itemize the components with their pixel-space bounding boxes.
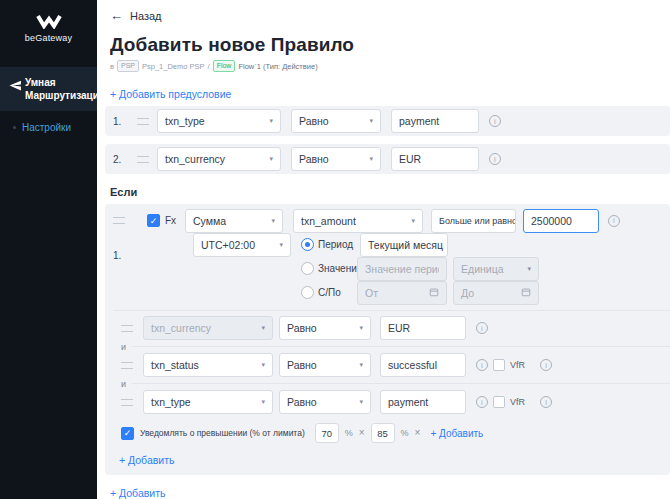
operator-select[interactable]: Равно▾ <box>291 109 381 133</box>
notify-row: Уведомлять о превышении (% от лимита) % … <box>113 423 670 443</box>
calendar-icon <box>429 287 439 299</box>
row-number: 1. <box>113 116 129 127</box>
sidebar-item-label: Настройки <box>22 121 71 134</box>
field-select[interactable]: txn_type▾ <box>143 390 273 414</box>
notify-checkbox[interactable] <box>121 427 134 440</box>
back-button[interactable]: ← Назад <box>110 9 162 22</box>
range-radio-group: С/По <box>301 286 357 299</box>
vfr-group: VfR <box>493 359 552 371</box>
vfr-checkbox[interactable] <box>493 396 505 408</box>
drag-handle-icon[interactable] <box>121 325 133 332</box>
info-icon[interactable] <box>476 322 488 334</box>
chevron-down-icon: ▾ <box>261 324 265 332</box>
info-icon[interactable] <box>489 115 501 127</box>
remove-threshold-icon[interactable]: × <box>359 428 365 438</box>
value-radio[interactable] <box>301 262 314 275</box>
calendar-icon <box>521 287 531 299</box>
chevron-down-icon: ▾ <box>359 324 363 332</box>
amount-input[interactable] <box>523 209 599 233</box>
percent-sign: % <box>345 428 353 438</box>
range-radio-label: С/По <box>318 287 341 298</box>
period-radio-label: Период <box>318 239 353 250</box>
field-select[interactable]: txn_status▾ <box>143 353 273 377</box>
remove-threshold-icon[interactable]: × <box>415 428 421 438</box>
comparator-select[interactable]: Больше или равно чем▾ <box>431 209 516 233</box>
vfr-checkbox[interactable] <box>493 359 505 371</box>
value-input[interactable] <box>380 353 466 377</box>
operator-select[interactable]: Равно▾ <box>291 147 381 171</box>
date-from-input: От <box>357 281 447 305</box>
begateway-logo-icon <box>34 14 64 29</box>
separator-line <box>132 383 670 384</box>
notify-label: Уведомлять о превышении (% от лимита) <box>140 428 305 438</box>
chevron-down-icon: ▾ <box>369 117 373 125</box>
value-radio-group: Значение <box>301 262 357 275</box>
condition-row: txn_currency▾ Равно▾ <box>113 315 670 341</box>
info-icon[interactable] <box>489 153 501 165</box>
add-condition-link[interactable]: + Добавить <box>119 454 174 466</box>
fx-checkbox[interactable] <box>147 214 160 227</box>
separator-line <box>132 346 670 347</box>
app-window: beGateway Умная Маршрутизация Настройки … <box>0 0 670 499</box>
value-input[interactable] <box>380 316 466 340</box>
divider <box>113 310 670 311</box>
value-input[interactable] <box>391 109 479 133</box>
unit-select: Единица▾ <box>453 257 539 281</box>
logo: beGateway <box>0 0 97 43</box>
flow-badge: Flow <box>213 60 236 72</box>
bullet-dot-icon <box>13 126 16 129</box>
fx-condition-row: Fx Сумма▾ txn_amount▾ Больше или равно ч… <box>113 210 670 231</box>
drag-handle-icon[interactable] <box>121 362 133 369</box>
add-group-link[interactable]: + Добавить <box>110 487 165 499</box>
operator-select[interactable]: Равно▾ <box>279 316 371 340</box>
add-precondition-link[interactable]: + Добавить предусловие <box>110 88 231 100</box>
value-radio-label: Значение <box>318 263 362 274</box>
back-label: Назад <box>130 10 162 22</box>
chevron-down-icon: ▾ <box>271 217 275 225</box>
sidebar-item-smart-routing[interactable]: Умная Маршрутизация <box>0 67 97 111</box>
value-input[interactable] <box>391 147 479 171</box>
drag-handle-icon[interactable] <box>113 217 125 224</box>
psp-badge: PSP <box>117 60 139 72</box>
main-content: ← Назад Добавить новое Правило в PSP Psp… <box>97 0 670 499</box>
drag-handle-icon[interactable] <box>137 118 149 125</box>
row-number: 2. <box>113 154 129 165</box>
threshold-input[interactable] <box>371 423 395 443</box>
field-select[interactable]: txn_currency▾ <box>157 147 281 171</box>
precondition-row: 2. txn_currency▾ Равно▾ <box>105 144 670 174</box>
info-icon[interactable] <box>476 359 488 371</box>
chevron-down-icon: ▾ <box>359 361 363 369</box>
field-select[interactable]: txn_amount▾ <box>293 209 423 233</box>
page-title: Добавить новое Правило <box>110 34 670 55</box>
chevron-down-icon: ▾ <box>369 155 373 163</box>
drag-handle-icon[interactable] <box>137 156 149 163</box>
info-icon[interactable] <box>476 396 488 408</box>
threshold-input[interactable] <box>315 423 339 443</box>
period-radio-group: Период <box>301 238 353 251</box>
fx-timezone-row: UTC+02:00▾ Период Текущий месяц▾ <box>193 234 670 255</box>
operator-select[interactable]: Равно▾ <box>279 353 371 377</box>
if-heading: Если <box>110 186 670 198</box>
group-number: 1. <box>113 250 121 261</box>
if-block: 1. Fx Сумма▾ txn_amount▾ Больше или равн… <box>105 204 670 475</box>
vfr-label: VfR <box>510 397 525 407</box>
percent-sign: % <box>401 428 409 438</box>
value-input[interactable] <box>380 390 466 414</box>
operator-select[interactable]: Равно▾ <box>279 390 371 414</box>
add-threshold-link[interactable]: + Добавить <box>430 428 483 439</box>
chevron-down-icon: ▾ <box>279 241 283 249</box>
info-icon[interactable] <box>540 396 552 408</box>
metric-select[interactable]: Сумма▾ <box>185 209 283 233</box>
flow-name: Flow`1 (Тип: Действие) <box>238 62 317 71</box>
sidebar-nav: Умная Маршрутизация Настройки <box>0 67 97 144</box>
timezone-select[interactable]: UTC+02:00▾ <box>193 233 291 257</box>
info-icon[interactable] <box>608 215 620 227</box>
info-icon[interactable] <box>540 359 552 371</box>
sidebar-item-settings[interactable]: Настройки <box>0 111 97 144</box>
period-select[interactable]: Текущий месяц▾ <box>360 233 448 257</box>
period-radio[interactable] <box>301 238 314 251</box>
range-radio[interactable] <box>301 286 314 299</box>
field-select[interactable]: txn_type▾ <box>157 109 281 133</box>
vfr-group: VfR <box>493 396 552 408</box>
drag-handle-icon[interactable] <box>121 399 133 406</box>
